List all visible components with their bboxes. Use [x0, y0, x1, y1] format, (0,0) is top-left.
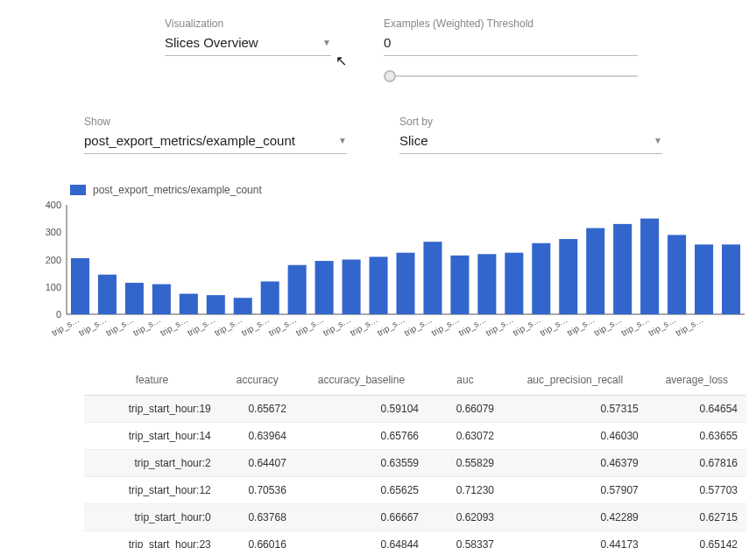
table-cell: 0.65766	[295, 423, 427, 450]
visualization-select[interactable]: Slices Overview ▼	[165, 33, 331, 56]
bar	[288, 265, 307, 314]
x-tick-label: trip_s…	[267, 314, 298, 338]
table-cell: 0.46030	[503, 423, 647, 450]
bar	[71, 258, 89, 314]
y-tick-label: 200	[46, 255, 61, 265]
table-cell: 0.63072	[427, 423, 503, 450]
table-cell: trip_start_hour:2	[84, 450, 220, 477]
column-header[interactable]: auc	[427, 365, 503, 396]
table-cell: 0.63559	[295, 450, 427, 477]
bar	[234, 298, 252, 314]
chart: post_export_metrics/example_count 010020…	[32, 184, 740, 353]
table-cell: 0.64654	[647, 396, 746, 423]
bar	[722, 244, 740, 314]
y-tick-label: 300	[46, 227, 61, 237]
table-cell: trip_start_hour:19	[84, 396, 220, 423]
sortby-value: Slice	[399, 133, 428, 148]
metrics-table: featureaccuracyaccuracy_baselineaucauc_p…	[84, 365, 746, 548]
visualization-label: Visualization	[165, 18, 331, 30]
legend-swatch	[70, 185, 86, 195]
bar	[613, 224, 632, 314]
table-cell: 0.66016	[220, 531, 295, 549]
x-tick-label: trip_s…	[349, 314, 379, 338]
sortby-label: Sort by	[399, 116, 662, 128]
table-cell: trip_start_hour:0	[84, 504, 220, 531]
bar	[396, 253, 414, 314]
table-cell: 0.44173	[503, 531, 647, 549]
slider-thumb[interactable]	[384, 70, 396, 82]
table-cell: 0.67816	[647, 450, 746, 477]
column-header[interactable]: auc_precision_recall	[503, 365, 647, 396]
table-cell: 0.64407	[220, 450, 295, 477]
bar	[477, 254, 496, 314]
table-cell: 0.64844	[295, 531, 427, 549]
x-tick-label: trip_s…	[131, 314, 162, 338]
bar	[423, 242, 442, 314]
bar	[450, 256, 469, 314]
table-cell: 0.46379	[503, 450, 647, 477]
bar	[343, 260, 361, 315]
bar	[152, 285, 171, 314]
chevron-down-icon: ▼	[322, 38, 331, 47]
x-tick-label: trip_s…	[104, 314, 135, 338]
table-cell: 0.57907	[503, 477, 647, 504]
bar	[207, 295, 225, 314]
column-header[interactable]: feature	[84, 365, 220, 396]
threshold-slider[interactable]	[384, 68, 638, 84]
x-tick-label: trip_s…	[619, 314, 650, 338]
bar	[586, 228, 604, 314]
table-cell: 0.58337	[427, 531, 503, 549]
table-cell: 0.63768	[220, 504, 295, 531]
show-select[interactable]: post_export_metrics/example_count ▼	[84, 131, 347, 154]
column-header[interactable]: average_loss	[647, 365, 746, 396]
table-cell: 0.62093	[427, 504, 503, 531]
bar	[315, 261, 334, 314]
table-row: trip_start_hour:120.705360.656250.712300…	[84, 477, 746, 504]
column-header[interactable]: accuracy	[220, 365, 295, 396]
table-cell: 0.62715	[647, 504, 746, 531]
bar	[180, 294, 198, 314]
bar	[668, 235, 686, 314]
table-row: trip_start_hour:190.656720.591040.660790…	[84, 396, 746, 423]
bar	[695, 244, 713, 314]
table-cell: 0.63655	[647, 423, 746, 450]
x-tick-label: trip_s…	[484, 314, 515, 338]
x-tick-label: trip_s…	[376, 314, 406, 338]
x-tick-label: trip_s…	[50, 314, 81, 338]
table-cell: 0.66079	[427, 396, 503, 423]
table-cell: 0.63964	[220, 423, 295, 450]
x-tick-label: trip_s…	[77, 314, 108, 338]
table-row: trip_start_hour:140.639640.657660.630720…	[84, 423, 746, 450]
x-tick-label: trip_s…	[321, 314, 352, 338]
threshold-input[interactable]	[384, 33, 638, 56]
bar	[505, 253, 523, 314]
x-tick-label: trip_s…	[674, 314, 704, 338]
visualization-value: Slices Overview	[165, 35, 258, 50]
table-row: trip_start_hour:00.637680.666670.620930.…	[84, 504, 746, 531]
table-cell: 0.59104	[295, 396, 427, 423]
legend-label: post_export_metrics/example_count	[93, 184, 262, 196]
x-tick-label: trip_s…	[159, 314, 189, 338]
table-cell: 0.70536	[220, 477, 295, 504]
x-tick-label: trip_s…	[240, 314, 271, 338]
chevron-down-icon: ▼	[338, 136, 347, 145]
show-value: post_export_metrics/example_count	[84, 133, 295, 148]
table-cell: 0.65142	[647, 531, 746, 549]
bar	[559, 239, 577, 314]
sortby-select[interactable]: Slice ▼	[399, 131, 662, 154]
table-cell: 0.55829	[427, 450, 503, 477]
x-tick-label: trip_s…	[430, 314, 461, 338]
bar	[261, 282, 279, 315]
x-tick-label: trip_s…	[213, 314, 244, 338]
y-tick-label: 400	[46, 200, 61, 210]
bar	[98, 275, 117, 314]
table-cell: 0.57315	[503, 396, 647, 423]
table-cell: 0.71230	[427, 477, 503, 504]
table-row: trip_start_hour:20.644070.635590.558290.…	[84, 450, 746, 477]
column-header[interactable]: accuracy_baseline	[295, 365, 427, 396]
x-tick-label: trip_s…	[538, 314, 569, 338]
bar-chart-svg: 0100200300400trip_s…trip_s…trip_s…trip_s…	[32, 200, 750, 353]
bar	[370, 256, 388, 314]
table-cell: 0.57703	[647, 477, 746, 504]
x-tick-label: trip_s…	[294, 314, 325, 338]
